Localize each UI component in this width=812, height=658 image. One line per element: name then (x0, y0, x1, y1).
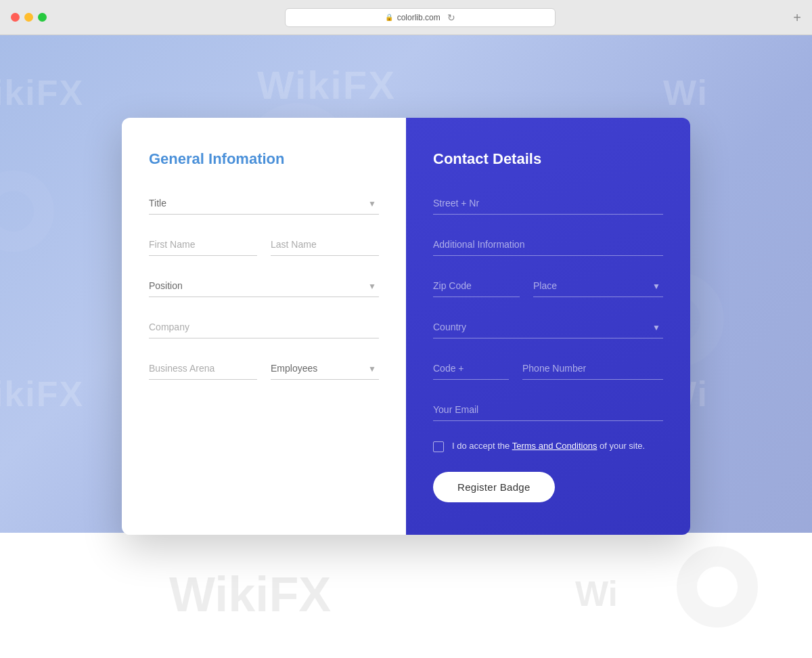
position-field-group: Position Manager Director Developer Desi… (149, 275, 379, 297)
place-field: Place Berlin Munich Hamburg ▼ (533, 275, 663, 297)
code-input[interactable] (433, 357, 509, 380)
country-select[interactable]: Country Germany Austria Switzerland USA (433, 316, 663, 338)
phone-number-field (522, 357, 663, 380)
watermark-text: WikiFX (257, 62, 396, 108)
country-select-wrapper: Country Germany Austria Switzerland USA … (433, 316, 663, 338)
title-field-group: Title Mr. Ms. Mrs. Dr. ▼ (149, 192, 379, 215)
title-select-wrapper: Title Mr. Ms. Mrs. Dr. ▼ (149, 192, 379, 215)
title-select[interactable]: Title Mr. Ms. Mrs. Dr. (149, 192, 379, 215)
company-field-group (149, 316, 379, 338)
lock-icon: 🔒 (385, 14, 393, 21)
first-name-input[interactable] (149, 234, 257, 256)
contact-details-title: Contact Details (433, 150, 663, 168)
email-input[interactable] (433, 399, 663, 421)
bottom-watermark: Wi (575, 573, 618, 614)
first-name-field (149, 234, 257, 256)
bottom-stripe: WikiFX Wi (0, 533, 812, 658)
position-select[interactable]: Position Manager Director Developer Desi… (149, 275, 379, 297)
address-bar[interactable]: 🔒 colorlib.com ↻ (285, 8, 556, 27)
browser-chrome: 🔒 colorlib.com ↻ + (0, 0, 812, 35)
business-row: Employees 1-10 11-50 51-200 201-500 500+… (149, 357, 379, 380)
company-input[interactable] (149, 316, 379, 338)
zip-place-row: Place Berlin Munich Hamburg ▼ (433, 275, 663, 297)
zip-code-input[interactable] (433, 275, 520, 297)
code-field (433, 357, 509, 380)
maximize-button[interactable] (38, 13, 47, 22)
position-select-wrapper: Position Manager Director Developer Desi… (149, 275, 379, 297)
terms-label: I do accept the Terms and Conditions of … (452, 440, 645, 452)
street-input[interactable] (433, 192, 663, 215)
business-arena-field (149, 357, 257, 380)
minimize-button[interactable] (24, 13, 33, 22)
phone-number-input[interactable] (522, 357, 663, 380)
bottom-watermark: WikiFX (169, 567, 331, 622)
employees-select[interactable]: Employees 1-10 11-50 51-200 201-500 500+ (271, 357, 379, 380)
street-field-group (433, 192, 663, 215)
contact-details-panel: Contact Details Place Berlin (406, 118, 690, 534)
zip-code-field (433, 275, 520, 297)
terms-link[interactable]: Terms and Conditions (512, 441, 597, 451)
general-information-panel: General Infomation Title Mr. Ms. Mrs. Dr… (122, 118, 406, 534)
last-name-input[interactable] (271, 234, 379, 256)
traffic-lights (11, 13, 47, 22)
name-row (149, 234, 379, 256)
close-button[interactable] (11, 13, 20, 22)
register-badge-button[interactable]: Register Badge (433, 472, 555, 502)
business-arena-input[interactable] (149, 357, 257, 380)
country-field-group: Country Germany Austria Switzerland USA … (433, 316, 663, 338)
email-field-group (433, 399, 663, 421)
place-select-wrapper: Place Berlin Munich Hamburg ▼ (533, 275, 663, 297)
watermark-text: ikiFX (0, 374, 84, 414)
page-background: ikiFX WikiFX Wi ikiFX WikiFX Wi WikiFX W… (0, 35, 812, 658)
additional-info-field-group (433, 234, 663, 256)
general-info-title: General Infomation (149, 150, 379, 168)
employees-select-wrapper: Employees 1-10 11-50 51-200 201-500 500+… (271, 357, 379, 380)
place-select[interactable]: Place Berlin Munich Hamburg (533, 275, 663, 297)
additional-info-input[interactable] (433, 234, 663, 256)
new-tab-button[interactable]: + (793, 11, 801, 24)
last-name-field (271, 234, 379, 256)
watermark-text: Wi (663, 72, 708, 113)
form-card: General Infomation Title Mr. Ms. Mrs. Dr… (122, 118, 690, 534)
terms-checkbox-row: I do accept the Terms and Conditions of … (433, 440, 663, 452)
url-text: colorlib.com (397, 13, 441, 22)
phone-row (433, 357, 663, 380)
terms-checkbox[interactable] (433, 441, 444, 452)
refresh-button[interactable]: ↻ (447, 12, 455, 23)
employees-field: Employees 1-10 11-50 51-200 201-500 500+… (271, 357, 379, 380)
watermark-text: ikiFX (0, 72, 84, 113)
